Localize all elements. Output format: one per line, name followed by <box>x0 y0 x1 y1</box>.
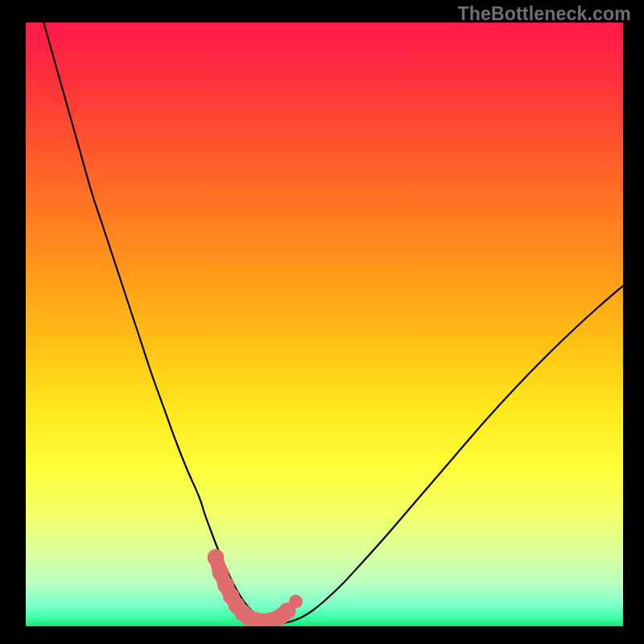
bottleneck-marker-end-dot <box>289 595 303 609</box>
chart-frame: TheBottleneck.com <box>0 0 644 644</box>
bottleneck-marker-dot <box>207 549 224 566</box>
gradient-background <box>26 23 623 626</box>
bottleneck-chart <box>0 0 644 644</box>
watermark-text: TheBottleneck.com <box>457 3 631 25</box>
